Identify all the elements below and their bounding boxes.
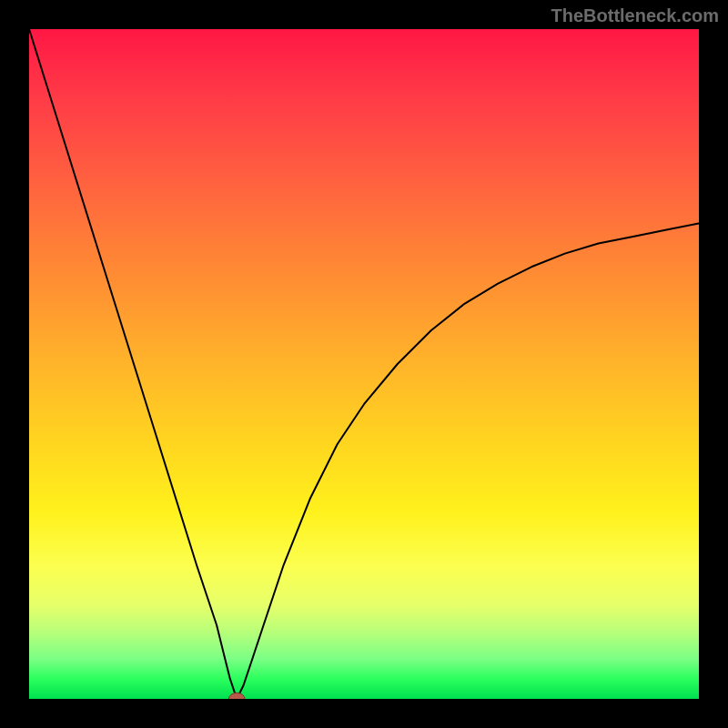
chart-svg	[29, 29, 699, 699]
plot-area	[29, 29, 699, 699]
optimum-marker	[228, 693, 245, 699]
bottleneck-curve	[29, 29, 699, 699]
chart-frame: TheBottleneck.com	[0, 0, 728, 728]
watermark-text: TheBottleneck.com	[551, 5, 719, 26]
